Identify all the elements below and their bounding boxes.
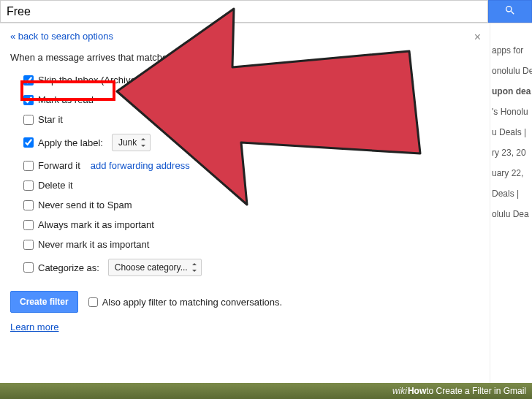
- label-star: Star it: [38, 114, 63, 125]
- intro-text: When a message arrives that matches this…: [10, 52, 522, 63]
- footer-bold: How: [408, 386, 426, 396]
- label-skip-inbox: Skip the Inbox (Archive it): [38, 75, 146, 86]
- option-categorize: Categorize as: Choose category...: [10, 254, 522, 281]
- add-forwarding-link[interactable]: add forwarding address: [91, 160, 190, 171]
- checkbox-forward[interactable]: [23, 161, 34, 171]
- checkbox-never-spam[interactable]: [23, 200, 34, 210]
- footer-bar: wiki How to Create a Filter in Gmail: [0, 383, 532, 399]
- option-never-spam: Never send it to Spam: [10, 195, 522, 215]
- list-snippet: upon dea: [490, 86, 532, 96]
- list-snippet: Deals |: [490, 189, 532, 199]
- label-mark-read: Mark as read: [38, 94, 94, 105]
- back-to-search-link[interactable]: « back to search options: [10, 31, 113, 42]
- label-categorize: Categorize as:: [38, 262, 99, 273]
- select-label[interactable]: Junk: [112, 134, 151, 151]
- option-delete: Delete it: [10, 175, 522, 195]
- checkbox-delete[interactable]: [23, 180, 34, 191]
- checkbox-categorize[interactable]: [23, 262, 34, 273]
- list-snippet: 's Honolu: [490, 107, 532, 117]
- filter-panel: × « back to search options When a messag…: [0, 23, 532, 340]
- search-input[interactable]: [0, 0, 488, 23]
- close-icon[interactable]: ×: [474, 31, 481, 44]
- option-always-important: Always mark it as important: [10, 215, 522, 235]
- option-apply-label: Apply the label: Junk: [10, 129, 522, 156]
- option-forward: Forward it add forwarding address: [10, 156, 522, 175]
- list-snippet: u Deals |: [490, 127, 532, 137]
- option-star: Star it: [10, 110, 522, 129]
- search-button[interactable]: [488, 0, 532, 23]
- option-never-important: Never mark it as important: [10, 235, 522, 254]
- right-message-list: apps for onolulu De upon dea 's Honolu u…: [490, 23, 532, 383]
- list-snippet: uary 22,: [490, 168, 532, 178]
- learn-more-link[interactable]: Learn more: [10, 322, 58, 332]
- checkbox-apply-label[interactable]: [23, 137, 34, 148]
- label-apply-label: Apply the label:: [38, 137, 103, 148]
- label-delete: Delete it: [38, 180, 73, 191]
- create-row: Create filter Also apply filter to match…: [10, 281, 522, 317]
- footer-prefix: wiki: [392, 386, 407, 396]
- checkbox-skip-inbox[interactable]: [23, 75, 34, 86]
- checkbox-never-important[interactable]: [23, 240, 34, 250]
- label-also-apply: Also apply filter to matching conversati…: [102, 297, 282, 308]
- list-snippet: olulu Dea: [490, 209, 532, 219]
- search-bar: [0, 0, 532, 23]
- search-icon: [504, 4, 516, 18]
- list-snippet: ry 23, 20: [490, 148, 532, 158]
- checkbox-always-important[interactable]: [23, 220, 34, 230]
- list-snippet: apps for: [490, 45, 532, 56]
- select-category[interactable]: Choose category...: [108, 259, 202, 276]
- checkbox-star[interactable]: [23, 115, 34, 125]
- checkbox-also-apply[interactable]: [88, 297, 98, 307]
- label-never-spam: Never send it to Spam: [38, 200, 132, 210]
- label-always-important: Always mark it as important: [38, 219, 154, 230]
- list-snippet: onolulu De: [490, 66, 532, 76]
- label-never-important: Never mark it as important: [38, 239, 149, 250]
- option-skip-inbox: Skip the Inbox (Archive it): [10, 70, 522, 90]
- option-mark-read: Mark as read: [10, 90, 522, 110]
- create-filter-button[interactable]: Create filter: [10, 291, 78, 313]
- label-forward: Forward it: [38, 160, 80, 171]
- checkbox-mark-read[interactable]: [23, 95, 34, 105]
- footer-rest: to Create a Filter in Gmail: [426, 386, 526, 396]
